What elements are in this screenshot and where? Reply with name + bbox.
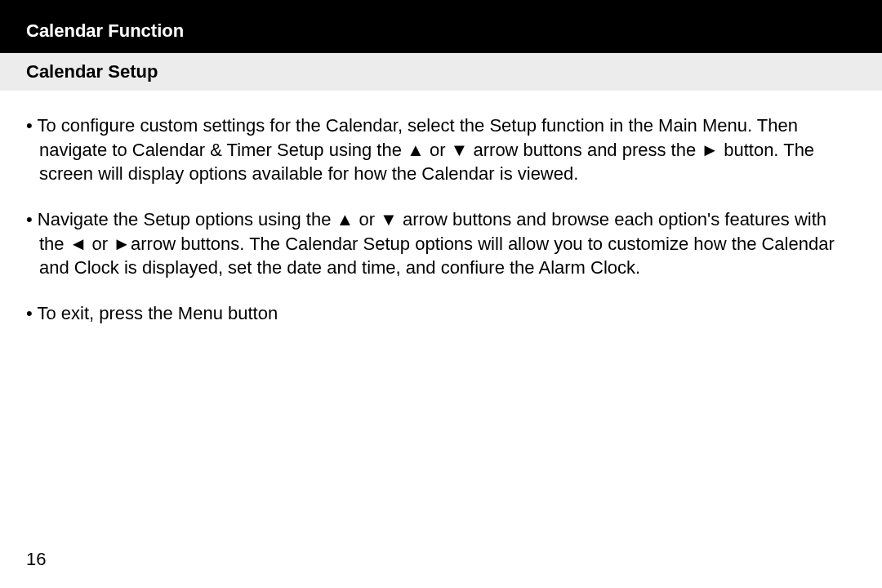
bullet-paragraph: • To exit, press the Menu button xyxy=(26,301,856,326)
subsection-title: Calendar Setup xyxy=(26,61,158,82)
body-content: • To configure custom settings for the C… xyxy=(0,91,882,326)
section-header: Calendar Function xyxy=(0,0,882,53)
bullet-paragraph: • Navigate the Setup options using the ▲… xyxy=(26,207,856,280)
page-number: 16 xyxy=(26,549,46,570)
subsection-header: Calendar Setup xyxy=(0,53,882,91)
section-title: Calendar Function xyxy=(26,20,184,41)
bullet-paragraph: • To configure custom settings for the C… xyxy=(26,114,856,186)
